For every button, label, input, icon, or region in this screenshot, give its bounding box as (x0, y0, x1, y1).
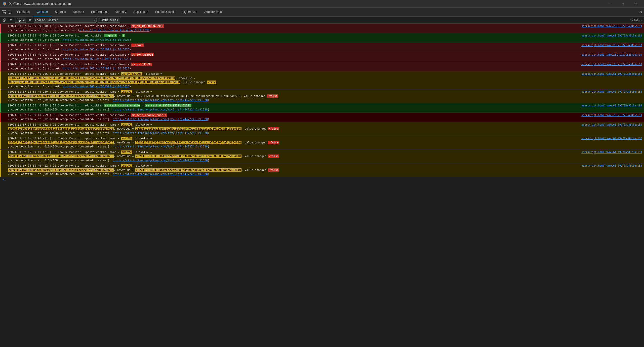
log-entry: [2021-01-07 15:59:40.203 ] JS Cookie Mon… (0, 52, 644, 62)
console-input[interactable] (6, 178, 642, 181)
filter-input[interactable] (35, 18, 94, 22)
log-entry: [2021-01-07 15:59:40.250 ] JS Cookie Mon… (0, 89, 644, 103)
tab-memory[interactable]: Memory (112, 8, 130, 16)
svg-point-5 (29, 19, 31, 21)
console-prompt[interactable] (0, 177, 644, 182)
console-output: [2021-01-07 15:59:39.940 ] JS Cookie Mon… (0, 24, 644, 347)
tab-sources[interactable]: Sources (51, 8, 69, 16)
log-levels-button[interactable]: Default levels ▾ (98, 18, 120, 23)
tab-adblock[interactable]: Adblock Plus (201, 8, 225, 16)
log-entry: [2021-01-07 15:59:40.206 ] JS Cookie Mon… (0, 71, 644, 89)
maximize-button[interactable]: ❐ (617, 0, 629, 8)
log-entry: [2021-01-07 15:59:40.421 ] JS Cookie Mon… (0, 150, 644, 164)
tab-network[interactable]: Network (69, 8, 88, 16)
nav-right: ⚙ (639, 8, 642, 16)
hidden-count: 12 hidden (630, 19, 642, 22)
tab-application[interactable]: Application (130, 8, 152, 16)
eye-button[interactable] (27, 18, 33, 22)
filter-clear-button[interactable]: ✕ (94, 18, 95, 22)
log-entry: [2021-01-07 15:59:40.271 ] JS Cookie Mon… (0, 136, 644, 150)
log-entry: [2021-01-07 15:59:40.422 ] JS Cookie Mon… (0, 163, 644, 177)
console-toolbar: top ✕ Default levels ▾ 12 hidden (0, 17, 644, 24)
title-bar: DevTools - www.ishumei.com/trial/captcha… (0, 0, 644, 8)
svg-rect-3 (9, 13, 10, 14)
settings-icon[interactable]: ⚙ (639, 10, 642, 14)
nav-tabs: Elements Console Sources Network Perform… (0, 8, 644, 17)
context-selector[interactable]: top (15, 18, 26, 23)
svg-rect-2 (8, 11, 11, 13)
device-icon[interactable] (8, 10, 12, 14)
log-entry: [2021-01-07 15:59:39.940 ] JS Cookie Mon… (0, 24, 644, 33)
inspect-icon[interactable] (2, 10, 6, 14)
filter-input-wrap: ✕ (34, 18, 97, 23)
window-title: DevTools - www.ishumei.com/trial/captcha… (9, 2, 604, 6)
tab-lighthouse[interactable]: Lighthouse (179, 8, 201, 16)
log-entry: [2021-01-07 15:59:40.259 ] JS Cookie Mon… (0, 113, 644, 122)
log-entry: [2021-01-07 15:59:40.205 ] JS Cookie Mon… (0, 62, 644, 71)
close-button[interactable]: ✕ (630, 0, 641, 8)
tab-console[interactable]: Console (33, 8, 51, 16)
minimize-button[interactable]: ─ (604, 0, 616, 8)
filter-icon-button[interactable] (8, 18, 14, 22)
clear-console-button[interactable] (2, 18, 7, 22)
window-controls[interactable]: ─ ❐ ✕ (604, 0, 641, 8)
tab-performance[interactable]: Performance (88, 8, 112, 16)
chrome-icon (3, 2, 7, 6)
log-entry: [2021-01-07 15:59:40.262 ] JS Cookie Mon… (0, 122, 644, 136)
tab-icons (2, 8, 12, 16)
tab-editthiscookie[interactable]: EditThisCookie (152, 8, 179, 16)
tab-elements[interactable]: Elements (14, 8, 33, 16)
log-entry: [2021-01-07 15:59:40.201 ] JS Cookie Mon… (0, 43, 644, 52)
log-entry: [2021-01-07 15:59:40.258 ] JS Cookie Mon… (0, 103, 644, 113)
log-entry: [2021-01-07 15:59:40.200 ] JS Cookie Mon… (0, 33, 644, 43)
